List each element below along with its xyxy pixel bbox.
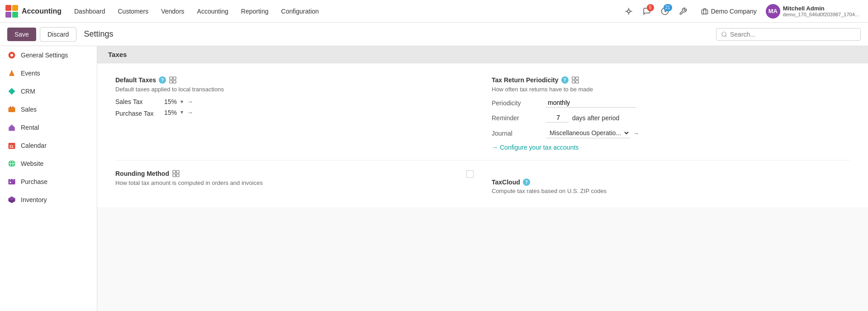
sidebar-item-rental[interactable]: Rental bbox=[0, 118, 97, 137]
rounding-content: Rounding Method How total tax amount is … bbox=[115, 170, 461, 192]
tax-return-title: Tax Return Periodicity bbox=[492, 76, 559, 84]
purchase-tax-dropdown-arrow[interactable]: ▾ bbox=[180, 109, 183, 115]
wrench-button[interactable] bbox=[676, 4, 690, 19]
svg-point-14 bbox=[10, 54, 13, 57]
svg-point-11 bbox=[722, 32, 726, 36]
company-switcher[interactable]: Demo Company bbox=[697, 6, 760, 17]
sidebar-item-general-settings[interactable]: General Settings bbox=[0, 46, 97, 64]
svg-rect-25 bbox=[9, 179, 15, 184]
sales-tax-value: 15% bbox=[164, 98, 177, 105]
search-input[interactable] bbox=[730, 31, 856, 38]
svg-rect-40 bbox=[176, 174, 179, 177]
top-nav: Accounting Dashboard Customers Vendors A… bbox=[0, 0, 868, 23]
tax-return-desc: How often tax returns have to be made bbox=[492, 86, 850, 93]
rounding-checkbox[interactable] bbox=[466, 170, 474, 178]
reminder-input[interactable] bbox=[546, 113, 569, 123]
periodicity-input[interactable] bbox=[546, 98, 636, 108]
save-button[interactable]: Save bbox=[7, 28, 36, 41]
svg-line-12 bbox=[726, 35, 727, 37]
chat-badge: 5 bbox=[647, 4, 654, 11]
section-body: Default Taxes ? Default taxes applied to… bbox=[97, 63, 868, 207]
sales-tax-link-icon[interactable]: → bbox=[187, 98, 193, 105]
reminder-row: Reminder days after period bbox=[492, 113, 850, 123]
sidebar-label-crm: CRM bbox=[21, 88, 35, 95]
purchase-icon bbox=[7, 177, 16, 186]
section-divider bbox=[115, 160, 850, 160]
tax-return-grid-icon[interactable] bbox=[571, 76, 579, 84]
nav-dashboard[interactable]: Dashboard bbox=[69, 5, 111, 18]
nav-logo[interactable]: Accounting bbox=[5, 5, 62, 18]
sidebar-item-crm[interactable]: CRM bbox=[0, 82, 97, 100]
journal-link-icon[interactable]: → bbox=[633, 130, 639, 137]
svg-marker-15 bbox=[9, 70, 14, 76]
sidebar-item-calendar[interactable]: 31 Calendar bbox=[0, 137, 97, 155]
sales-tax-dropdown-arrow[interactable]: ▾ bbox=[180, 99, 183, 105]
taxcloud-label: TaxCloud bbox=[492, 179, 520, 186]
rounding-method-row: Rounding Method How total tax amount is … bbox=[115, 170, 474, 192]
section-header-taxes: Taxes bbox=[97, 46, 868, 63]
search-icon bbox=[721, 31, 727, 38]
section-title: Taxes bbox=[108, 51, 127, 58]
taxcloud-help-icon[interactable]: ? bbox=[523, 179, 530, 186]
nav-customers[interactable]: Customers bbox=[113, 5, 154, 18]
purchase-tax-label: Purchase Tax bbox=[115, 109, 161, 117]
user-sub: demo_170_646d0f203987_1704... bbox=[783, 12, 859, 17]
sidebar-item-purchase[interactable]: Purchase bbox=[0, 173, 97, 191]
nav-reporting[interactable]: Reporting bbox=[236, 5, 274, 18]
user-menu[interactable]: MA Mitchell Admin demo_170_646d0f203987_… bbox=[762, 2, 863, 20]
sidebar-label-website: Website bbox=[21, 160, 43, 167]
discard-button[interactable]: Discard bbox=[40, 27, 76, 42]
bottom-two-col: Rounding Method How total tax amount is … bbox=[115, 170, 850, 194]
sidebar: General Settings Events CRM Sales Rental bbox=[0, 46, 97, 311]
configure-tax-link[interactable]: → Configure your tax accounts bbox=[492, 144, 850, 151]
purchase-tax-link-icon[interactable]: → bbox=[187, 109, 193, 116]
rounding-title: Rounding Method bbox=[115, 170, 169, 177]
sidebar-item-website[interactable]: Website bbox=[0, 155, 97, 173]
journal-select[interactable]: Miscellaneous Operatio... bbox=[546, 128, 630, 138]
events-icon bbox=[7, 69, 16, 78]
sidebar-item-sales[interactable]: Sales bbox=[0, 100, 97, 118]
svg-rect-19 bbox=[13, 106, 14, 108]
default-taxes-grid-icon[interactable] bbox=[169, 76, 177, 84]
nav-configuration[interactable]: Configuration bbox=[276, 5, 324, 18]
svg-rect-0 bbox=[5, 5, 11, 11]
search-box[interactable] bbox=[716, 28, 861, 41]
svg-rect-10 bbox=[702, 9, 707, 14]
nav-accounting[interactable]: Accounting bbox=[192, 5, 234, 18]
rounding-checkbox-col bbox=[466, 170, 474, 178]
clock-button[interactable]: 21 bbox=[658, 4, 672, 19]
clock-badge: 21 bbox=[664, 4, 672, 11]
svg-rect-38 bbox=[176, 170, 179, 173]
default-taxes-label: Default Taxes ? bbox=[115, 76, 474, 84]
svg-rect-26 bbox=[10, 182, 11, 183]
nav-icon-group: 5 21 bbox=[621, 4, 690, 19]
avatar-initials: MA bbox=[768, 8, 778, 14]
svg-text:31: 31 bbox=[9, 145, 14, 149]
taxcloud-row: TaxCloud ? bbox=[492, 179, 850, 186]
user-name: Mitchell Admin bbox=[783, 5, 859, 12]
rental-icon bbox=[7, 123, 16, 132]
sidebar-item-events[interactable]: Events bbox=[0, 64, 97, 82]
sales-tax-label: Sales Tax bbox=[115, 98, 161, 105]
website-icon bbox=[7, 159, 16, 168]
default-taxes-help-icon[interactable]: ? bbox=[159, 76, 166, 84]
svg-rect-2 bbox=[5, 12, 11, 18]
reminder-suffix: days after period bbox=[572, 114, 619, 122]
sales-tax-row: Sales Tax 15% ▾ → bbox=[115, 98, 474, 105]
bug-button[interactable] bbox=[621, 4, 636, 19]
svg-rect-29 bbox=[170, 77, 172, 80]
taxcloud-desc: Compute tax rates based on U.S. ZIP code… bbox=[492, 188, 850, 194]
purchase-tax-name: Purchase Tax bbox=[115, 110, 154, 117]
default-taxes-col: Default Taxes ? Default taxes applied to… bbox=[115, 76, 474, 151]
crm-icon bbox=[7, 87, 16, 96]
chat-button[interactable]: 5 bbox=[640, 4, 654, 19]
page-title: Settings bbox=[84, 29, 113, 39]
tax-return-help-icon[interactable]: ? bbox=[561, 76, 569, 84]
nav-vendors[interactable]: Vendors bbox=[156, 5, 190, 18]
rounding-grid-icon[interactable] bbox=[172, 170, 180, 178]
sidebar-label-general: General Settings bbox=[21, 52, 68, 59]
sidebar-item-inventory[interactable]: Inventory bbox=[0, 191, 97, 209]
main-layout: General Settings Events CRM Sales Rental bbox=[0, 46, 868, 311]
rounding-label: Rounding Method bbox=[115, 170, 461, 178]
svg-rect-17 bbox=[9, 108, 15, 113]
